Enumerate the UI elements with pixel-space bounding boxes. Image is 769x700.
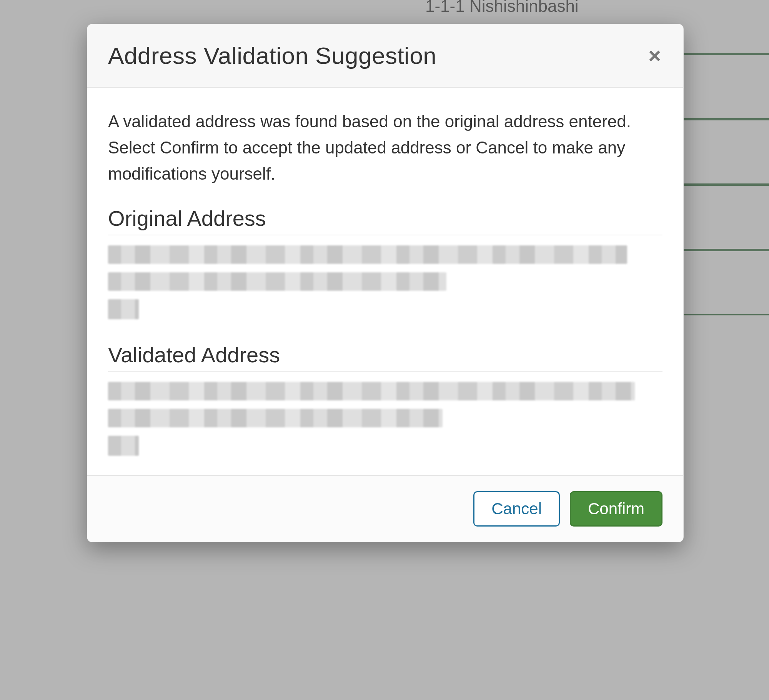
redacted-line bbox=[108, 299, 139, 319]
background-text-fragment: ention to bbox=[0, 430, 85, 454]
confirm-button[interactable]: Confirm bbox=[570, 491, 662, 527]
background-heading-fragment: ad and a bbox=[0, 169, 85, 193]
modal-body: A validated address was found based on t… bbox=[87, 88, 683, 475]
address-validation-modal: Address Validation Suggestion × A valida… bbox=[87, 24, 684, 542]
original-address-heading: Original Address bbox=[108, 206, 662, 235]
redacted-line bbox=[108, 382, 635, 400]
background-address-text: 1-1-1 Nishishinbashi bbox=[425, 0, 579, 15]
redacted-address-lines bbox=[108, 379, 662, 456]
modal-description: A validated address was found based on t… bbox=[108, 108, 662, 187]
close-icon: × bbox=[648, 43, 661, 68]
background-text-fragment: resale. bbox=[0, 385, 85, 409]
cancel-button[interactable]: Cancel bbox=[473, 491, 560, 527]
modal-title: Address Validation Suggestion bbox=[108, 42, 436, 69]
validated-address-heading: Validated Address bbox=[108, 342, 662, 372]
original-address-block bbox=[108, 242, 662, 319]
redacted-line bbox=[108, 409, 443, 427]
close-button[interactable]: × bbox=[647, 45, 662, 67]
background-text-fragment: he link and bbox=[0, 245, 85, 268]
redacted-line bbox=[108, 436, 139, 456]
modal-header: Address Validation Suggestion × bbox=[87, 24, 683, 88]
redacted-address-lines bbox=[108, 242, 662, 319]
redacted-line bbox=[108, 245, 627, 264]
redacted-line bbox=[108, 272, 446, 291]
modal-footer: Cancel Confirm bbox=[87, 475, 683, 542]
validated-address-block bbox=[108, 379, 662, 456]
